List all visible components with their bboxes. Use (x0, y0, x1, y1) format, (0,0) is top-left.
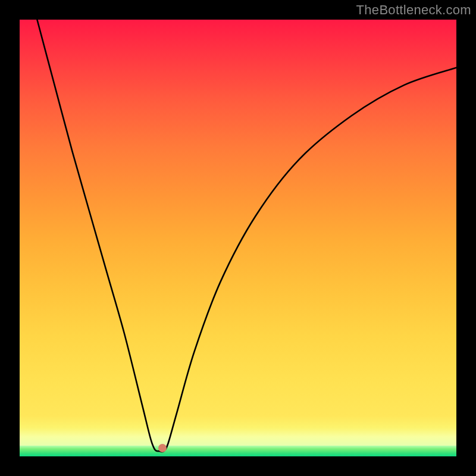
curve-path (37, 20, 456, 452)
watermark-text: TheBottleneck.com (356, 2, 471, 18)
chart-plot-area (20, 20, 456, 456)
curve-svg (20, 20, 456, 456)
optimal-point-dot (158, 444, 167, 452)
